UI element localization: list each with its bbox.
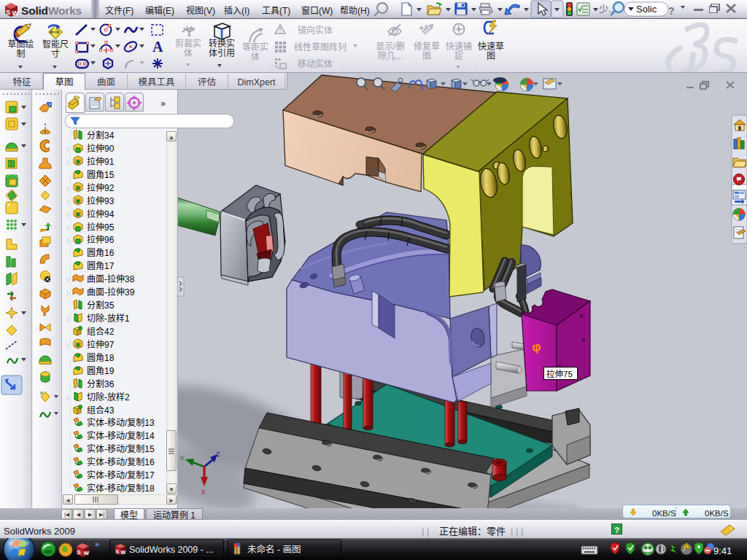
svg-text:Y: Y <box>180 456 185 463</box>
svg-text:!: ! <box>686 542 687 550</box>
svg-text:W: W <box>12 8 19 18</box>
svg-text:X: X <box>201 489 206 497</box>
svg-text:W: W <box>84 548 90 556</box>
svg-text:S: S <box>77 548 82 556</box>
svg-text:S: S <box>116 548 120 555</box>
svg-text:A: A <box>152 39 163 55</box>
svg-text:W: W <box>121 548 126 556</box>
svg-text:拉伸75: 拉伸75 <box>546 368 573 379</box>
svg-text:»: » <box>95 538 99 549</box>
svg-text:Z: Z <box>216 451 220 459</box>
svg-text:少..: 少.. <box>599 1 614 15</box>
svg-text:Solic: Solic <box>636 1 657 15</box>
svg-text:S: S <box>6 7 10 17</box>
